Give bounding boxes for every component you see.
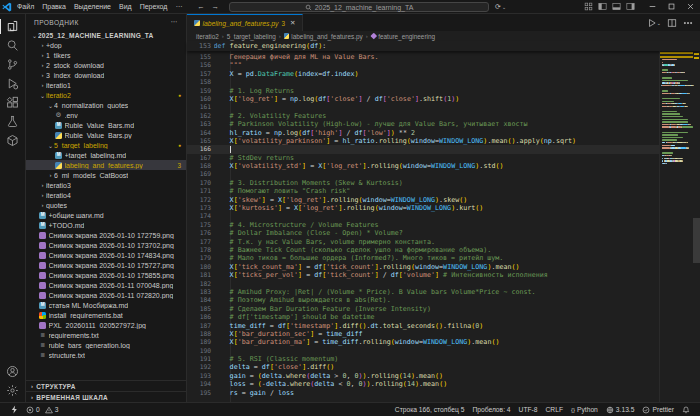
- problems-indicator[interactable]: 0 3: [22, 403, 62, 416]
- status--4[interactable]: Пробелов: 4: [468, 403, 514, 416]
- code-line-185[interactable]: 185 # Сделаем Bar Duration Feature (Inve…: [187, 305, 659, 313]
- section-ВРЕМЕННАЯ ШКАЛА[interactable]: ›ВРЕМЕННАЯ ШКАЛА: [26, 391, 186, 402]
- code-line-176[interactable]: 176 # Dollar Imbalance (Close - Open) * …: [187, 229, 659, 237]
- tree-file-_2026-01-10_174834.png[interactable]: Снимок экрана 2026-01-10 174834.png: [26, 250, 186, 260]
- breadcrumb-item-iteratio2[interactable]: iteratio2: [196, 33, 219, 40]
- tree-file-structure.txt[interactable]: ≣structure.txt: [26, 350, 186, 360]
- status-prettier[interactable]: Prettier: [638, 403, 678, 416]
- tree-folder-+dop[interactable]: ›+dop: [26, 40, 186, 50]
- remote-indicator[interactable]: [6, 403, 22, 416]
- code-line-195[interactable]: 195 rs = gain / loss: [187, 389, 659, 397]
- code-line-177[interactable]: 177 # Т.к. у нас Value Bars, volume прим…: [187, 238, 659, 246]
- code-line-162[interactable]: 162 # 2. Volatility Features: [187, 112, 659, 120]
- close-window-button[interactable]: [681, 0, 700, 14]
- status-bell[interactable]: [678, 403, 694, 416]
- maximize-button[interactable]: [662, 0, 681, 14]
- code-line-181[interactable]: 181 X['ticks_per_vol'] = df['tick_count'…: [187, 271, 659, 279]
- tree-file-Ruble_Value_Bars.py[interactable]: Ruble_Value_Bars.py: [26, 130, 186, 140]
- tree-file-_ML_.md[interactable]: Mстатья ML Мосбиржа.md: [26, 300, 186, 310]
- tree-file-+TODO.md[interactable]: M+TODO.md: [26, 220, 186, 230]
- tree-file-install_requirements.bat[interactable]: install_requirements.bat: [26, 310, 186, 320]
- toggle-secondary-sidebar-icon[interactable]: [626, 2, 635, 11]
- packages-icon[interactable]: [2, 131, 24, 150]
- code-line-172[interactable]: 172 X['skew'] = X['log_ret'].rolling(win…: [187, 196, 659, 204]
- account-icon[interactable]: [2, 362, 24, 381]
- code-line-166[interactable]: 166: [187, 145, 659, 153]
- status-crlf[interactable]: CRLF: [542, 403, 567, 416]
- overview-ruler[interactable]: [693, 51, 700, 402]
- code-line-173[interactable]: 173 X['kurtosis'] = X['log_ret'].rolling…: [187, 204, 659, 212]
- tree-file-_2026-01-10_173702.png[interactable]: Снимок экрана 2026-01-10 173702.png: [26, 240, 186, 250]
- search-icon[interactable]: [2, 36, 24, 55]
- tree-file-_2026-01-10_172759.png[interactable]: Снимок экрана 2026-01-10 172759.png: [26, 230, 186, 240]
- tree-file-_2026-01-11_070048.png[interactable]: Снимок экрана 2026-01-11 070048.png: [26, 280, 186, 290]
- code-line-170[interactable]: 170 # 3. Distribution Moments (Skew & Ku…: [187, 179, 659, 187]
- code-line-192[interactable]: 192 delta = df['close'].diff(): [187, 363, 659, 371]
- menu-Правка[interactable]: Правка: [38, 0, 70, 13]
- code-line-194[interactable]: 194 loss = (-delta.where(delta < 0, 0)).…: [187, 380, 659, 388]
- tab-labeling-and-features[interactable]: labeling_and_features.py 3 ✕: [187, 14, 303, 31]
- tree-folder-quotes[interactable]: ›quotes: [26, 200, 186, 210]
- code-line-178[interactable]: 178 # Важнее Tick Count (сколько сделок …: [187, 246, 659, 254]
- sticky-scroll-line[interactable]: 153def feature_engineering(df):: [187, 41, 700, 51]
- tree-file-PXL_20260111_020527972.jpg[interactable]: PXL_20260111_020527972.jpg: [26, 320, 186, 330]
- nav-back-icon[interactable]: ←: [197, 2, 205, 11]
- code-line-165[interactable]: 165 X['volatility_parkinson'] = hl_ratio…: [187, 137, 659, 145]
- code-line-164[interactable]: 164 hl_ratio = np.log(df['high'] / df['l…: [187, 129, 659, 137]
- tree-file-_2026-01-10_175727.png[interactable]: Снимок экрана 2026-01-10 175727.png: [26, 260, 186, 270]
- breadcrumb-item-5_target_labeling[interactable]: 5_target_labeling: [227, 33, 276, 40]
- menu-Файл[interactable]: Файл: [13, 0, 38, 13]
- customize-layout-icon[interactable]: [584, 2, 593, 11]
- split-editor-button[interactable]: [667, 18, 677, 28]
- run-and-debug-icon[interactable]: [2, 74, 24, 93]
- code-line-157[interactable]: 157 X = pd.DataFrame(index=df.index): [187, 70, 659, 78]
- code-line-186[interactable]: 186 # df['timestamp'] should be datetime: [187, 313, 659, 321]
- section-СТРУКТУРА[interactable]: ›СТРУКТУРА: [26, 380, 186, 391]
- status-3-13-5[interactable]: 3.13.5: [602, 403, 639, 416]
- minimap[interactable]: [659, 51, 693, 402]
- code-line-189[interactable]: 189 X['bar_duration_ma'] = time_diff.rol…: [187, 338, 659, 346]
- more-actions-button[interactable]: [683, 18, 693, 28]
- settings-icon[interactable]: [2, 381, 24, 400]
- tree-folder-iteratio3[interactable]: ›iteratio3: [26, 180, 186, 190]
- code-line-155[interactable]: 155 Генерация фичей для ML на Value Bars…: [187, 53, 659, 61]
- status-python[interactable]: {}Python: [567, 403, 602, 416]
- extensions-icon[interactable]: [2, 93, 24, 112]
- nav-forward-icon[interactable]: →: [212, 2, 220, 11]
- tree-folder-2_stock_download[interactable]: ›2_stock_download: [26, 60, 186, 70]
- tab-close-icon[interactable]: ✕: [290, 19, 295, 27]
- tree-folder-3_index_download[interactable]: ›3_index_download: [26, 70, 186, 80]
- code-line-158[interactable]: 158: [187, 78, 659, 86]
- code-line-168[interactable]: 168 X['volatility_std'] = X['log_ret'].r…: [187, 162, 659, 170]
- menu-Переход[interactable]: Переход: [136, 0, 172, 13]
- tree-folder-4_normalization_quotes[interactable]: ⌄4_normalization_quotes: [26, 100, 186, 110]
- code-line-187[interactable]: 187 time_diff = df['timestamp'].diff().d…: [187, 322, 659, 330]
- code-line-169[interactable]: 169: [187, 170, 659, 178]
- menu-more[interactable]: ⋯: [171, 0, 186, 13]
- explorer-icon[interactable]: [2, 17, 24, 36]
- source-control-icon[interactable]: [2, 55, 24, 74]
- testing-icon[interactable]: [2, 112, 24, 131]
- code-line-175[interactable]: 175 # 4. Microstructure / Volume Feature…: [187, 221, 659, 229]
- code-line-184[interactable]: 184 # Поэтому Amihud вырождается в abs(R…: [187, 296, 659, 304]
- tree-file-+_.md[interactable]: M+общие шаги.md: [26, 210, 186, 220]
- run-python-file-button[interactable]: ⌄: [647, 18, 661, 28]
- tree-file-.env[interactable]: ⚙.env: [26, 110, 186, 120]
- code-line-174[interactable]: 174: [187, 212, 659, 220]
- code-line-193[interactable]: 193 gain = (delta.where(delta > 0, 0)).r…: [187, 372, 659, 380]
- code-line-182[interactable]: 182: [187, 280, 659, 288]
- code-area[interactable]: 155 Генерация фичей для ML на Value Bars…: [187, 51, 700, 402]
- code-line-153[interactable]: 153def feature_engineering(df):: [187, 42, 326, 50]
- tree-file-ruble_bars_generation.log[interactable]: ≣ruble_bars_generation.log: [26, 340, 186, 350]
- code-line-160[interactable]: 160 X['log_ret'] = np.log(df['close'] / …: [187, 95, 659, 103]
- scrollbar-slider[interactable]: [693, 218, 700, 263]
- code-line-167[interactable]: 167 # StdDev returns: [187, 154, 659, 162]
- code-line-161[interactable]: 161: [187, 103, 659, 111]
- code-lines[interactable]: 155 Генерация фичей для ML на Value Bars…: [187, 51, 659, 402]
- tree-file-+target_labeling.md[interactable]: M+target_labeling.md: [26, 150, 186, 160]
- tree-file-_2026-01-10_175855.png[interactable]: Снимок экрана 2026-01-10 175855.png: [26, 270, 186, 280]
- tree-file-_2026-01-11_072820.png[interactable]: Снимок экрана 2026-01-11 072820.png: [26, 290, 186, 300]
- toggle-panel-icon[interactable]: [612, 2, 621, 11]
- status--166-5[interactable]: Строка 166, столбец 5: [391, 403, 469, 416]
- tree-folder-iteratio4[interactable]: ›iteratio4: [26, 190, 186, 200]
